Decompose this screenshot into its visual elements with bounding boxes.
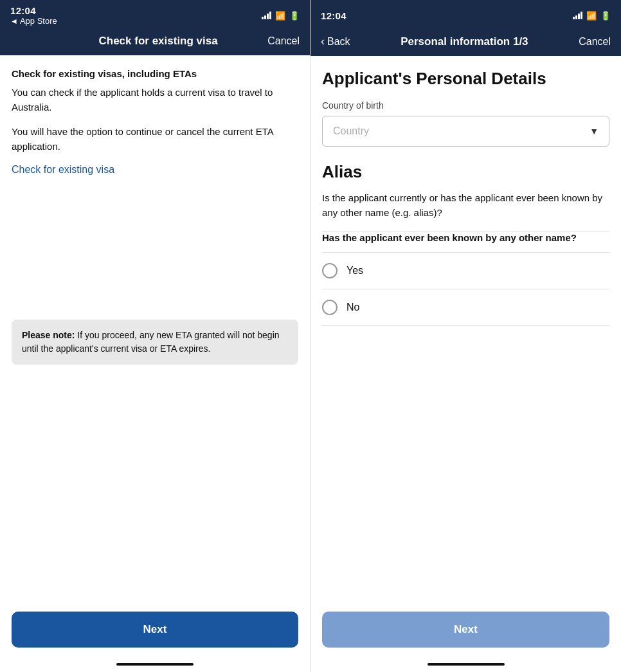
left-nav-title: Check for existing visa [99, 35, 218, 48]
left-body2: You will have the option to continue or … [12, 125, 298, 154]
right-home-bar [428, 663, 505, 666]
left-back-label[interactable]: ◄ App Store [10, 16, 57, 26]
left-status-time: 12:04 [10, 5, 36, 16]
right-status-bar: 12:04 📶 🔋 [310, 0, 621, 28]
left-nav-bar: Check for existing visa Cancel [0, 28, 310, 55]
left-heading: Check for existing visas, including ETAs [12, 68, 298, 79]
alias-title: Alias [322, 162, 609, 182]
left-status-bar: 12:04 ◄ App Store 📶 🔋 [0, 0, 310, 28]
country-placeholder: Country [333, 125, 369, 137]
right-nav-bar: ‹ Back Personal information 1/3 Cancel [310, 28, 621, 56]
right-nav-title: Personal information 1/3 [401, 35, 528, 48]
radio-yes-circle [322, 263, 338, 278]
right-next-wrap: Next [310, 604, 621, 658]
radio-no-circle [322, 300, 338, 315]
right-phone-screen: 12:04 📶 🔋 ‹ Back Personal information 1/… [310, 0, 621, 672]
left-status-icons: 📶 🔋 [262, 11, 300, 21]
left-phone-screen: 12:04 ◄ App Store 📶 🔋 Check for existing… [0, 0, 310, 672]
right-battery-icon: 🔋 [600, 11, 611, 21]
right-content: Applicant's Personal Details Country of … [310, 56, 621, 604]
right-signal-icon [573, 12, 582, 19]
back-chevron-icon: ‹ [321, 35, 325, 48]
left-next-button[interactable]: Next [12, 612, 298, 648]
left-home-indicator [0, 658, 310, 672]
check-visa-link[interactable]: Check for existing visa [12, 164, 298, 176]
left-body1: You can check if the applicant holds a c… [12, 86, 298, 114]
home-bar [116, 663, 194, 666]
right-back-button[interactable]: ‹ Back [321, 35, 350, 48]
alias-description: Is the applicant currently or has the ap… [322, 191, 609, 220]
note-bold: Please note: [22, 330, 75, 340]
left-cancel-button[interactable]: Cancel [267, 35, 300, 47]
radio-no-label: No [346, 302, 359, 313]
option-no[interactable]: No [322, 289, 609, 326]
signal-icon [262, 12, 271, 19]
country-select[interactable]: Country ▼ [322, 116, 609, 147]
radio-yes-label: Yes [346, 265, 363, 277]
wifi-icon: 📶 [275, 11, 285, 21]
right-wifi-icon: 📶 [586, 11, 597, 21]
right-next-button[interactable]: Next [322, 612, 609, 648]
arrow-back-icon: ◄ [10, 17, 18, 26]
alias-question: Has the applicant ever been known by any… [322, 232, 609, 253]
right-home-indicator [310, 658, 621, 672]
right-cancel-button[interactable]: Cancel [579, 36, 611, 48]
left-content: Check for existing visas, including ETAs… [0, 55, 310, 604]
battery-icon: 🔋 [289, 11, 300, 21]
chevron-down-icon: ▼ [590, 126, 598, 136]
page-title: Applicant's Personal Details [322, 69, 609, 89]
option-yes[interactable]: Yes [322, 253, 609, 289]
country-field-label: Country of birth [322, 100, 609, 111]
left-next-wrap: Next [0, 604, 310, 658]
right-status-time: 12:04 [321, 10, 346, 21]
right-status-icons: 📶 🔋 [573, 11, 611, 21]
note-box: Please note: If you proceed, any new ETA… [12, 320, 298, 365]
